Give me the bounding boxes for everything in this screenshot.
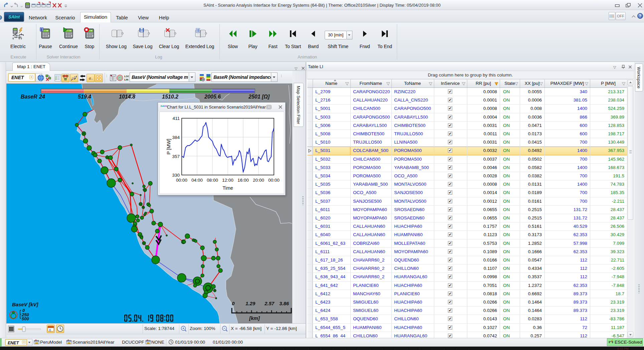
svg-text:357: 357: [172, 154, 180, 159]
svg-text:24: 24: [39, 94, 45, 100]
svg-text:LOG: LOG: [124, 75, 129, 78]
svg-text:P [MW]: P [MW]: [166, 139, 171, 154]
svg-text:2501 [Ω]: 2501 [Ω]: [248, 94, 270, 100]
svg-text:384: 384: [172, 135, 180, 140]
svg-text:08:00: 08:00: [207, 178, 218, 183]
svg-text:1014.8: 1014.8: [119, 94, 135, 100]
svg-text:BaseR: BaseR: [21, 94, 37, 100]
svg-text:0: 0: [232, 301, 235, 306]
svg-text:1.29: 1.29: [246, 301, 256, 306]
svg-text:04:00: 04:00: [191, 178, 203, 183]
svg-text:519.4: 519.4: [78, 94, 91, 100]
svg-text:500: 500: [22, 316, 29, 321]
svg-text:411: 411: [172, 116, 180, 121]
svg-text:a: a: [89, 75, 91, 80]
svg-text:20:00: 20:00: [253, 178, 264, 183]
svg-text:3.86: 3.86: [279, 301, 289, 306]
svg-text:[km]: [km]: [249, 315, 260, 321]
svg-text:00:00: 00:00: [268, 178, 280, 183]
svg-text:12:00: 12:00: [222, 178, 233, 183]
svg-text:16:00: 16:00: [237, 178, 249, 183]
svg-text:2005.6: 2005.6: [204, 94, 221, 100]
svg-text:(): (): [49, 328, 51, 331]
svg-text:2.57: 2.57: [264, 301, 275, 306]
svg-text:BaseV [kV]: BaseV [kV]: [12, 302, 38, 307]
svg-text:00:00: 00:00: [176, 178, 187, 183]
svg-text:1510.2: 1510.2: [162, 94, 178, 100]
svg-text:Time: Time: [222, 185, 233, 191]
svg-text:330: 330: [172, 173, 180, 178]
svg-text:LiN: LiN: [124, 78, 128, 81]
